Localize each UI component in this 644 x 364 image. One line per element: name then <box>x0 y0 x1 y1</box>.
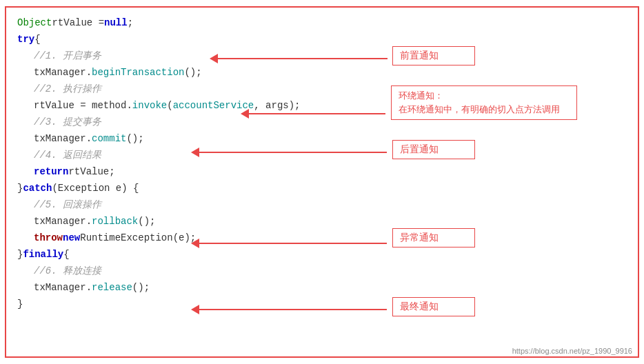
token-method: rollback <box>92 213 138 230</box>
arrow-yichang <box>191 239 387 248</box>
main-container: Object rtValue = null;try {//1. 开启事务txMa… <box>5 6 639 358</box>
token-normal: RuntimeException(e); <box>80 230 196 246</box>
token-normal: . <box>86 64 92 81</box>
token-normal: } <box>17 246 23 263</box>
token-method: beginTransaction <box>92 64 184 81</box>
token-normal: (); <box>184 64 201 81</box>
token-normal: . <box>126 97 132 114</box>
arrowline-hou <box>199 152 387 153</box>
code-line: Object rtValue = null; <box>17 14 627 31</box>
token-normal: txManager <box>34 64 86 81</box>
code-line: } finally { <box>17 246 627 263</box>
token-comment: //4. 返回结果 <box>34 147 101 163</box>
arrowline-zuizhong <box>199 309 387 310</box>
token-kw: try <box>17 31 34 48</box>
token-method: commit <box>92 130 126 147</box>
token-normal: txManager <box>34 213 86 230</box>
arrowhead-hou <box>191 148 199 157</box>
token-normal: ; <box>128 14 133 31</box>
token-normal: (); <box>132 279 150 296</box>
token-normal: rtValue = method <box>34 97 126 114</box>
token-kw2: throw <box>34 230 63 246</box>
arrow-hou <box>191 148 387 157</box>
token-normal: . <box>86 130 92 147</box>
token-normal: (); <box>126 130 143 147</box>
token-type: Object <box>17 14 52 31</box>
arrow-huanrao <box>241 109 385 119</box>
token-normal: { <box>63 246 69 263</box>
code-line: } catch (Exception e) { <box>17 180 627 196</box>
code-line: txManager.release(); <box>17 279 627 296</box>
token-method: invoke <box>132 97 167 114</box>
token-normal: (); <box>138 213 155 230</box>
token-normal: rtValue = <box>52 14 104 31</box>
token-normal: rtValue; <box>68 163 114 180</box>
token-comment: //5. 回滚操作 <box>34 196 101 213</box>
code-line: txManager.beginTransaction(); <box>17 64 627 81</box>
arrow-qian <box>210 54 388 63</box>
token-normal: { <box>34 31 40 48</box>
token-comment: //2. 执行操作 <box>34 81 101 97</box>
code-line: txManager.rollback(); <box>17 213 627 230</box>
arrowhead-huanrao <box>241 109 249 119</box>
token-normal: . <box>86 279 92 296</box>
token-normal: (Exception e) { <box>52 180 139 196</box>
annotation-houzhi: 后置通知 <box>392 140 475 159</box>
token-normal: txManager <box>34 130 86 147</box>
token-kw: new <box>63 230 80 246</box>
watermark: https://blog.csdn.net/pz_1990_9916 <box>512 347 632 355</box>
code-line: try { <box>17 31 627 48</box>
token-kw: null <box>104 14 128 31</box>
token-comment: //3. 提交事务 <box>34 114 101 130</box>
token-kw: finally <box>23 246 63 263</box>
token-comment: //6. 释放连接 <box>34 263 101 279</box>
annotation-huanraotongzhi: 环绕通知：在环绕通知中，有明确的切入点方法调用 <box>391 85 577 120</box>
code-line: txManager.commit(); <box>17 130 627 147</box>
code-line: return rtValue; <box>17 163 627 180</box>
arrowline-qian <box>218 58 388 59</box>
annotation-zuizhongtongzhi: 最终通知 <box>392 297 475 316</box>
arrowline-yichang <box>199 243 387 244</box>
token-normal: ( <box>167 97 172 114</box>
code-line: //5. 回滚操作 <box>17 196 627 213</box>
token-method: release <box>92 279 132 296</box>
token-comment: //1. 开启事务 <box>34 48 101 64</box>
annotation-qianzhitongzhi: 前置通知 <box>392 46 475 65</box>
arrow-zuizhong <box>191 305 387 314</box>
token-normal: } <box>17 180 23 196</box>
token-kw: catch <box>23 180 52 196</box>
code-line: //6. 释放连接 <box>17 263 627 279</box>
arrowhead-zuizhong <box>191 305 199 314</box>
token-kw: return <box>34 163 68 180</box>
arrowhead-yichang <box>191 239 199 248</box>
token-normal: . <box>86 213 92 230</box>
token-normal: } <box>17 296 23 312</box>
token-normal: txManager <box>34 279 86 296</box>
annotation-yichangtongzhi: 异常通知 <box>392 228 475 247</box>
arrowline-huanrao <box>249 113 385 114</box>
arrowhead-qian <box>210 54 218 63</box>
